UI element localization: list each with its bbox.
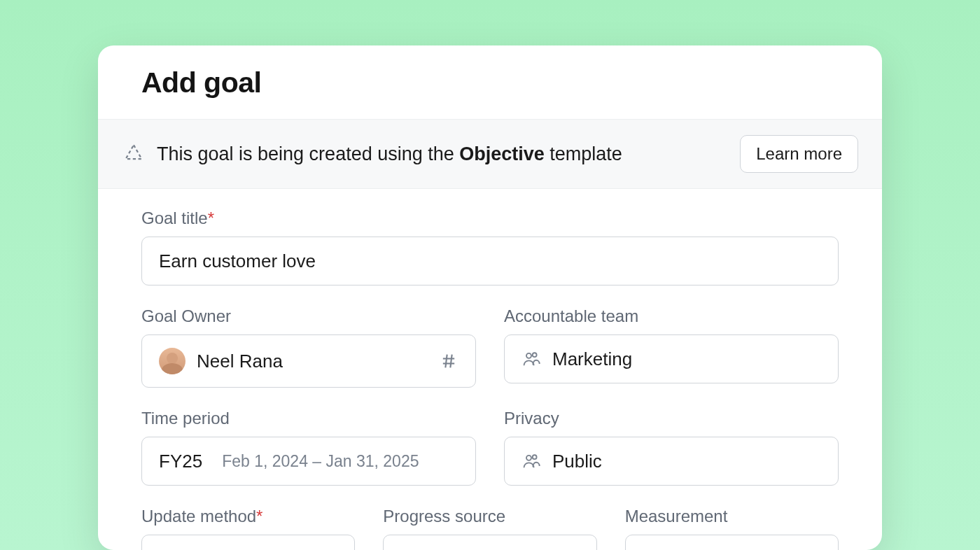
method-source-measure-row: Update method* Automatic Progress source (141, 507, 839, 550)
svg-line-2 (445, 355, 447, 368)
hash-icon (439, 351, 458, 371)
goal-title-label: Goal title* (141, 209, 839, 228)
template-info-banner: This goal is being created using the Obj… (98, 120, 882, 189)
goal-owner-field: Goal Owner Neel Rana (141, 306, 476, 388)
privacy-label: Privacy (504, 409, 839, 428)
time-period-field: Time period FY25 Feb 1, 2024 – Jan 31, 2… (141, 409, 476, 486)
banner-content: This goal is being created using the Obj… (122, 142, 622, 166)
measurement-label: Measurement (625, 507, 839, 526)
update-method-label: Update method* (141, 507, 355, 526)
accountable-team-field: Accountable team Marketing (504, 306, 839, 388)
form-body: Goal title* Earn customer love Goal Owne… (98, 189, 882, 550)
update-method-input[interactable]: Automatic (141, 535, 355, 550)
avatar-icon (159, 348, 186, 374)
time-period-input[interactable]: FY25 Feb 1, 2024 – Jan 31, 2025 (141, 437, 476, 486)
people-icon (522, 349, 541, 369)
update-method-field: Update method* Automatic (141, 507, 355, 550)
privacy-field: Privacy Public (504, 409, 839, 486)
banner-text: This goal is being created using the Obj… (157, 143, 622, 165)
svg-point-6 (526, 456, 531, 460)
privacy-input[interactable]: Public (504, 437, 839, 486)
triangle-recycle-icon (122, 142, 146, 166)
svg-point-4 (526, 353, 531, 358)
people-icon (522, 451, 541, 471)
measurement-field: Measurement Percent (625, 507, 839, 550)
accountable-team-input[interactable]: Marketing (504, 334, 839, 383)
learn-more-button[interactable]: Learn more (740, 135, 858, 173)
progress-source-field: Progress source Sub-goals (383, 507, 596, 550)
add-goal-modal: Add goal This goal is being created usin… (98, 45, 882, 550)
accountable-team-label: Accountable team (504, 306, 839, 326)
svg-point-7 (533, 455, 537, 459)
measurement-input[interactable]: Percent (625, 535, 839, 550)
goal-owner-label: Goal Owner (141, 306, 476, 326)
goal-title-input[interactable]: Earn customer love (141, 237, 839, 285)
time-privacy-row: Time period FY25 Feb 1, 2024 – Jan 31, 2… (141, 409, 839, 486)
svg-line-3 (450, 355, 451, 368)
modal-header: Add goal (98, 45, 882, 120)
modal-title: Add goal (141, 66, 839, 99)
goal-title-field: Goal title* Earn customer love (141, 209, 839, 285)
owner-team-row: Goal Owner Neel Rana Accountable team (141, 306, 839, 388)
goal-owner-input[interactable]: Neel Rana (141, 334, 476, 388)
progress-source-input[interactable]: Sub-goals (383, 535, 596, 550)
svg-point-5 (533, 353, 537, 357)
progress-source-label: Progress source (383, 507, 596, 526)
time-period-label: Time period (141, 409, 476, 428)
